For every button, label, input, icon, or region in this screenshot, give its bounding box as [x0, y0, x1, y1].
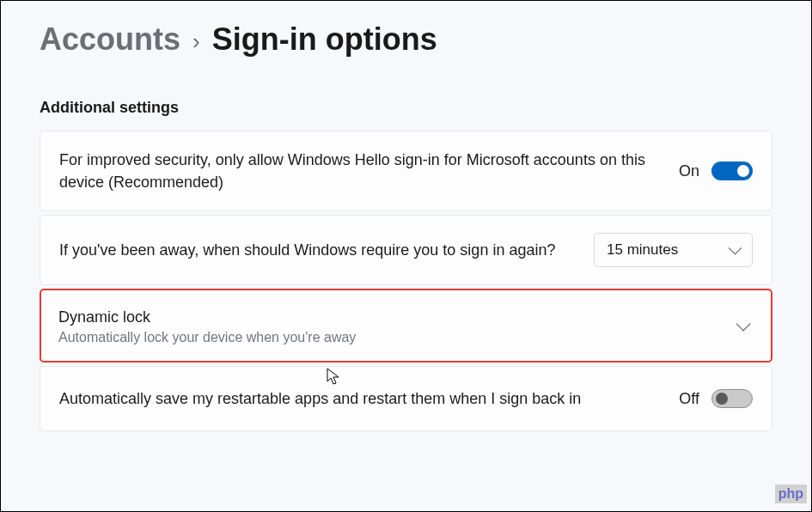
section-heading: Additional settings: [40, 99, 772, 117]
setting-windows-hello: For improved security, only allow Window…: [40, 131, 772, 211]
setting-title: If you've been away, when should Windows…: [59, 239, 573, 261]
setting-require-signin: If you've been away, when should Windows…: [40, 215, 772, 285]
dropdown-value: 15 minutes: [607, 241, 678, 258]
require-signin-dropdown[interactable]: 15 minutes: [594, 233, 753, 267]
watermark: php: [775, 485, 807, 503]
breadcrumb: Accounts › Sign-in options: [40, 21, 772, 58]
breadcrumb-parent[interactable]: Accounts: [40, 21, 180, 58]
setting-subtitle: Automatically lock your device when you'…: [58, 330, 717, 345]
windows-hello-toggle[interactable]: [711, 162, 753, 180]
setting-title: Dynamic lock: [58, 306, 717, 328]
restartable-apps-toggle[interactable]: [711, 389, 753, 408]
page-title: Sign-in options: [212, 21, 437, 58]
setting-dynamic-lock[interactable]: Dynamic lock Automatically lock your dev…: [40, 289, 772, 363]
chevron-down-icon: [736, 317, 751, 332]
watermark-prefix: php: [778, 486, 803, 501]
setting-restartable-apps: Automatically save my restartable apps a…: [40, 366, 772, 431]
toggle-label: On: [679, 162, 699, 180]
setting-title: Automatically save my restartable apps a…: [59, 387, 658, 410]
chevron-right-icon: ›: [192, 28, 200, 55]
toggle-label: Off: [679, 390, 699, 408]
setting-title: For improved security, only allow Window…: [59, 149, 658, 193]
